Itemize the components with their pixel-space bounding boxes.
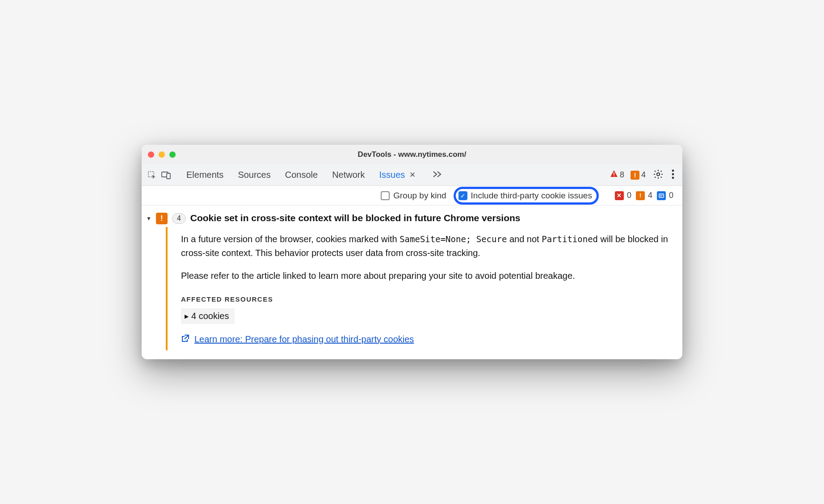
tab-list: Elements Sources Console Network Issues …: [185, 170, 442, 180]
window-controls: [148, 151, 176, 158]
more-tabs-icon[interactable]: [433, 171, 442, 180]
tab-issues-label: Issues: [379, 170, 405, 180]
group-by-kind-checkbox[interactable]: Group by kind: [381, 191, 446, 201]
affected-resources-label: AFFECTED RESOURCES: [181, 295, 669, 303]
window-title: DevTools - www.nytimes.com/: [358, 150, 467, 159]
more-menu-icon[interactable]: [669, 169, 677, 181]
devtools-tabbar: Elements Sources Console Network Issues …: [142, 164, 682, 186]
close-tab-icon[interactable]: ✕: [409, 170, 416, 180]
issue-warning-icon: !: [156, 213, 168, 224]
issues-content[interactable]: ▼ ! 4 Cookie set in cross-site context w…: [142, 206, 682, 359]
svg-rect-9: [659, 194, 664, 197]
desc-text: and not: [507, 234, 542, 244]
svg-point-5: [657, 172, 660, 175]
info-issue-count: 0: [668, 191, 676, 200]
svg-rect-11: [660, 196, 662, 196]
info-icon: [657, 191, 666, 200]
include-third-party-label: Include third-party cookie issues: [471, 191, 592, 201]
learn-more-row: Learn more: Prepare for phasing out thir…: [181, 334, 669, 345]
error-badge[interactable]: 8: [608, 170, 626, 180]
issue-header-row[interactable]: ▼ ! 4 Cookie set in cross-site context w…: [146, 210, 673, 227]
warning-square-icon: !: [631, 171, 639, 180]
svg-rect-10: [660, 195, 663, 195]
tab-sources[interactable]: Sources: [237, 170, 271, 180]
checkbox-unchecked-icon: [381, 191, 390, 200]
devtools-window: DevTools - www.nytimes.com/ Elements Sou…: [142, 145, 682, 359]
issue-severity-counts: ✕ 0 ! 4 0: [615, 191, 676, 200]
error-count: 8: [620, 170, 624, 180]
svg-point-6: [672, 169, 674, 172]
tabbar-right: 8 ! 4: [608, 169, 677, 181]
tab-issues[interactable]: Issues ✕: [378, 170, 417, 180]
warning-issue-count: 4: [647, 191, 655, 200]
minimize-window-button[interactable]: [159, 151, 165, 158]
warning-count: 4: [641, 170, 646, 180]
error-icon: ✕: [615, 191, 624, 200]
issue-count-pill: 4: [172, 213, 186, 224]
expand-triangle-icon: ▶: [185, 313, 189, 319]
external-link-icon: [181, 334, 190, 345]
checkbox-checked-icon: ✓: [458, 191, 467, 200]
code-samesite: SameSite=None; Secure: [399, 234, 507, 244]
affected-cookies-toggle[interactable]: ▶ 4 cookies: [181, 308, 235, 324]
tab-console[interactable]: Console: [284, 170, 319, 180]
issue-title: Cookie set in cross-site context will be…: [190, 213, 521, 223]
svg-rect-3: [614, 172, 614, 175]
warning-icon: !: [636, 191, 645, 200]
include-third-party-checkbox[interactable]: ✓ Include third-party cookie issues: [458, 191, 592, 201]
close-window-button[interactable]: [148, 151, 154, 158]
desc-text: In a future version of the browser, cook…: [181, 234, 399, 244]
issue-body: In a future version of the browser, cook…: [166, 227, 673, 350]
tab-elements[interactable]: Elements: [185, 170, 224, 180]
collapse-caret-icon[interactable]: ▼: [146, 215, 151, 222]
issues-filterbar: Group by kind ✓ Include third-party cook…: [142, 186, 682, 206]
inspect-element-icon[interactable]: [147, 170, 157, 180]
svg-rect-4: [614, 176, 614, 176]
error-issue-count: 0: [626, 191, 634, 200]
svg-point-7: [672, 173, 674, 175]
error-triangle-icon: [610, 170, 618, 180]
svg-point-8: [672, 176, 674, 179]
settings-icon[interactable]: [650, 169, 666, 181]
include-third-party-highlight: ✓ Include third-party cookie issues: [454, 187, 599, 205]
cookies-count-label: 4 cookies: [191, 311, 229, 321]
device-toolbar-icon[interactable]: [161, 170, 171, 180]
titlebar: DevTools - www.nytimes.com/: [142, 145, 682, 164]
warning-badge[interactable]: ! 4: [629, 170, 647, 180]
code-partitioned: Partitioned: [542, 234, 598, 244]
svg-rect-2: [167, 173, 170, 179]
tab-network[interactable]: Network: [331, 170, 366, 180]
issue-description-2: Please refer to the article linked to le…: [181, 269, 669, 283]
issue-description-1: In a future version of the browser, cook…: [181, 232, 669, 260]
maximize-window-button[interactable]: [169, 151, 176, 158]
learn-more-link[interactable]: Learn more: Prepare for phasing out thir…: [194, 334, 414, 344]
group-by-kind-label: Group by kind: [393, 191, 446, 201]
